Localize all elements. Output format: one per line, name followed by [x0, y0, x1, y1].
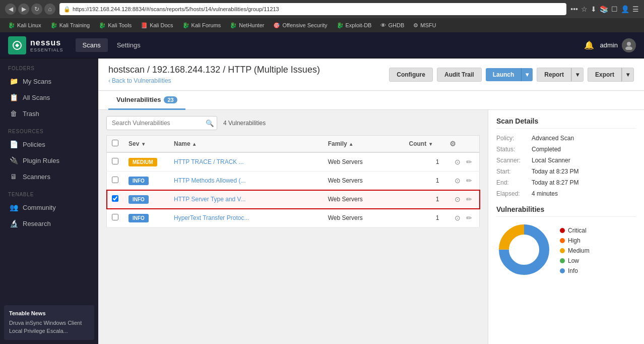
row-schedule-button[interactable]: ⊙: [453, 213, 463, 223]
nav-link-scans[interactable]: Scans: [76, 38, 108, 52]
page-title-area: hostscan / 192.168.244.132 / HTTP (Multi…: [108, 65, 320, 84]
select-all-checkbox[interactable]: [112, 140, 118, 146]
table-settings-gear-icon[interactable]: ⚙: [449, 140, 456, 148]
back-button[interactable]: ◀: [5, 4, 16, 15]
row-checkbox-cell: [107, 152, 124, 171]
kali-training-icon: 🐉: [50, 22, 57, 29]
table-row[interactable]: INFO HTTP Server Type and V... Web Serve…: [107, 190, 480, 209]
nethunter-icon: 🐉: [230, 22, 237, 29]
bookmark-nethunter[interactable]: 🐉 NetHunter: [226, 21, 268, 30]
sidebar-item-scanners[interactable]: 🖥 Scanners: [0, 168, 98, 185]
notification-bell-icon[interactable]: 🔔: [584, 40, 594, 50]
window-button[interactable]: ☐: [611, 5, 618, 13]
row-name-cell[interactable]: HTTP Methods Allowed (...: [169, 171, 323, 190]
refresh-button[interactable]: ↻: [31, 4, 42, 15]
audit-trail-button[interactable]: Audit Trail: [437, 68, 482, 82]
row-name-cell[interactable]: HTTP Server Type and V...: [169, 190, 323, 209]
policy-icon: 📄: [10, 140, 18, 148]
name-column-header[interactable]: Name ▴: [169, 136, 323, 153]
table-row[interactable]: INFO HTTP Methods Allowed (... Web Serve…: [107, 171, 480, 190]
severity-column-header[interactable]: Sev ▾: [123, 136, 169, 153]
export-dropdown-arrow[interactable]: ▾: [622, 68, 634, 82]
row-family-cell: Web Servers: [323, 152, 404, 171]
status-detail-row: Status: Completed: [496, 146, 636, 153]
row-name-cell[interactable]: HyperText Transfer Protoc...: [169, 209, 323, 227]
sidebar-item-plugin-rules[interactable]: 🔌 Plugin Rules: [0, 152, 98, 168]
launch-dropdown-arrow[interactable]: ▾: [522, 68, 533, 81]
history-button[interactable]: 📚: [600, 5, 608, 13]
row-schedule-button[interactable]: ⊙: [453, 157, 463, 167]
forward-button[interactable]: ▶: [18, 4, 29, 15]
row-edit-button[interactable]: ✏: [464, 213, 474, 223]
chart-container: Critical High Medium: [496, 222, 636, 279]
bookmark-msfu[interactable]: ⚙ MSFU: [409, 21, 440, 30]
policy-label: Policy:: [496, 135, 532, 142]
bookmark-exploit-db[interactable]: 🐉 Exploit-DB: [333, 21, 376, 30]
download-button[interactable]: ⬇: [591, 5, 597, 13]
sidebar-item-all-scans[interactable]: 📋 All Scans: [0, 89, 98, 105]
table-row[interactable]: INFO HyperText Transfer Protoc... Web Se…: [107, 209, 480, 227]
exploit-db-icon: 🐉: [337, 22, 344, 29]
row-family-cell: Web Servers: [323, 209, 404, 227]
bookmark-ghdb[interactable]: 👁 GHDB: [376, 21, 408, 29]
profile-button[interactable]: 👤: [621, 5, 629, 13]
donut-chart-svg: [496, 222, 552, 277]
legend-medium: Medium: [560, 247, 590, 254]
chart-legend: Critical High Medium: [560, 227, 590, 274]
bookmark-kali-tools[interactable]: 🐉 Kali Tools: [95, 21, 136, 30]
address-text: https://192.168.244.128:8834/#/scans/rep…: [73, 6, 279, 12]
row-name-cell[interactable]: HTTP TRACE / TRACK ...: [169, 152, 323, 171]
kali-docs-icon: 📕: [141, 22, 148, 29]
row-checkbox[interactable]: [112, 195, 118, 202]
row-checkbox[interactable]: [112, 177, 118, 183]
row-schedule-button[interactable]: ⊙: [453, 176, 463, 186]
lock-icon: 🔒: [63, 6, 71, 13]
export-button[interactable]: Export: [588, 68, 622, 82]
count-column-header[interactable]: Count ▾: [404, 136, 444, 153]
menu-button[interactable]: ☰: [632, 5, 639, 13]
launch-button[interactable]: Launch: [486, 68, 522, 81]
table-row[interactable]: MEDIUM HTTP TRACE / TRACK ... Web Server…: [107, 152, 480, 171]
bookmark-kali-forums[interactable]: 🐉 Kali Forums: [178, 21, 225, 30]
bookmark-kali-linux[interactable]: 🐉 Kali Linux: [4, 21, 45, 30]
bookmark-button[interactable]: ☆: [581, 5, 588, 13]
sidebar-item-trash[interactable]: 🗑 Trash: [0, 105, 98, 122]
row-edit-button[interactable]: ✏: [464, 157, 474, 167]
export-button-group: Export ▾: [588, 68, 634, 82]
report-button[interactable]: Report: [537, 68, 571, 82]
search-input[interactable]: [106, 116, 217, 130]
sidebar-item-my-scans[interactable]: 📁 My Scans: [0, 73, 98, 89]
user-area[interactable]: admin: [600, 38, 636, 52]
content-area: hostscan / 192.168.244.132 / HTTP (Multi…: [98, 59, 644, 344]
row-checkbox[interactable]: [112, 158, 118, 164]
search-icon-button[interactable]: 🔍: [206, 120, 214, 127]
bookmark-kali-training[interactable]: 🐉 Kali Training: [46, 21, 94, 30]
tab-vulnerabilities[interactable]: Vulnerabilities 23: [108, 91, 185, 110]
sidebar-item-policies[interactable]: 📄 Policies: [0, 136, 98, 152]
elapsed-detail-row: Elapsed: 4 minutes: [496, 190, 636, 197]
row-edit-button[interactable]: ✏: [464, 176, 474, 186]
legend-info: Info: [560, 267, 590, 274]
bookmarks-bar: 🐉 Kali Linux 🐉 Kali Training 🐉 Kali Tool…: [0, 18, 644, 32]
row-edit-button[interactable]: ✏: [464, 194, 474, 204]
family-column-header[interactable]: Family ▴: [323, 136, 404, 153]
ghdb-icon: 👁: [380, 22, 386, 28]
sidebar-item-research[interactable]: 🔬 Research: [0, 215, 98, 232]
bookmark-kali-docs[interactable]: 📕 Kali Docs: [137, 21, 177, 30]
home-button[interactable]: ⌂: [44, 4, 55, 15]
report-dropdown-arrow[interactable]: ▾: [571, 68, 584, 82]
sidebar-item-community[interactable]: 👥 Community: [0, 199, 98, 215]
select-all-header[interactable]: [107, 136, 124, 153]
row-schedule-button[interactable]: ⊙: [453, 194, 463, 204]
more-button[interactable]: •••: [570, 5, 578, 13]
breadcrumb[interactable]: ‹ Back to Vulnerabilities: [108, 77, 320, 84]
kali-forums-icon: 🐉: [182, 22, 189, 29]
row-family-cell: Web Servers: [323, 171, 404, 190]
configure-button[interactable]: Configure: [389, 68, 433, 82]
nav-link-settings[interactable]: Settings: [110, 38, 148, 52]
address-bar[interactable]: 🔒 https://192.168.244.128:8834/#/scans/r…: [59, 3, 566, 15]
row-actions-cell: ⊙ ✏: [444, 209, 480, 227]
bookmark-offensive-security[interactable]: 🎯 Offensive Security: [269, 21, 331, 30]
row-checkbox[interactable]: [112, 214, 118, 220]
sidebar-item-label: All Scans: [23, 94, 50, 101]
